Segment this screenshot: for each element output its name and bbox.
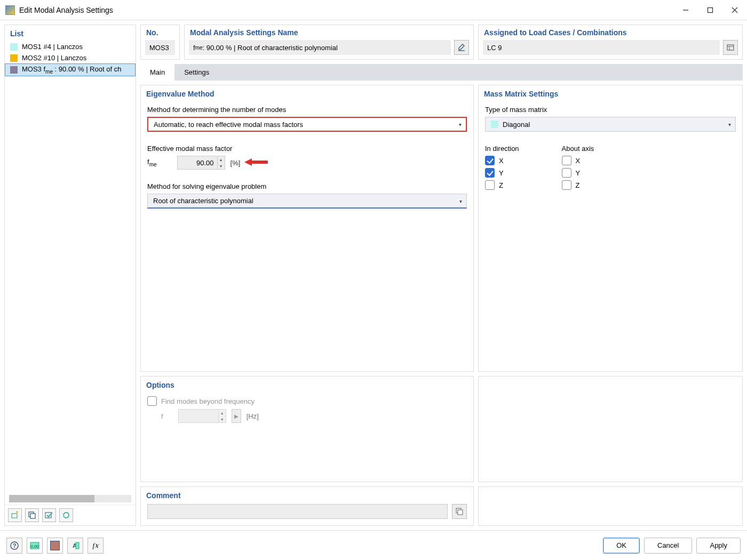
- axis-x-label: X: [576, 157, 581, 165]
- no-label: No.: [141, 25, 179, 38]
- assigned-browse-button[interactable]: [723, 40, 738, 55]
- list-item[interactable]: MOS2 #10 | Lanczos: [5, 52, 136, 63]
- units-button[interactable]: 0,00: [27, 538, 43, 554]
- list-color-icon: [10, 54, 18, 62]
- mass-type-color-icon: [491, 121, 498, 128]
- svg-rect-4: [12, 514, 17, 518]
- list-color-icon: [10, 66, 18, 74]
- freq-input: [179, 410, 218, 422]
- freq-spinner: ▲▼: [178, 409, 226, 423]
- app-icon: [5, 5, 15, 15]
- freq-unit: [Hz]: [247, 412, 259, 420]
- chevron-down-icon: ▾: [459, 122, 462, 127]
- freq-step-button: ▶: [232, 409, 241, 423]
- maximize-button[interactable]: [698, 2, 722, 18]
- method-modes-label: Method for determining the number of mod…: [147, 106, 467, 114]
- list-item-label: MOS3 fme : 90.00 % | Root of ch: [22, 65, 121, 75]
- apply-button[interactable]: Apply: [696, 538, 741, 554]
- axis-y-label: Y: [576, 169, 581, 177]
- chevron-down-icon: ▾: [728, 122, 731, 127]
- list-toolbar: [5, 505, 136, 525]
- find-modes-label: Find modes beyond frequency: [161, 397, 255, 405]
- eigenvalue-panel: Eigenvalue Method Method for determining…: [140, 85, 474, 372]
- list-panel: List MOS1 #4 | Lanczos MOS2 #10 | Lanczo…: [4, 25, 136, 526]
- assigned-label: Assigned to Load Cases / Combinations: [479, 25, 742, 38]
- tabs-bar: Main Settings: [140, 64, 743, 81]
- method-modes-select[interactable]: Automatic, to reach effective modal mass…: [147, 117, 467, 132]
- refresh-check-button[interactable]: [59, 508, 73, 522]
- comment-library-button[interactable]: [452, 504, 467, 519]
- svg-rect-19: [76, 542, 79, 549]
- no-panel: No. MOS3: [140, 25, 180, 60]
- close-button[interactable]: [722, 2, 747, 18]
- fx-button[interactable]: f𝑥: [88, 538, 104, 554]
- axis-x-checkbox[interactable]: [562, 156, 571, 165]
- list-item-label: MOS1 #4 | Lanczos: [22, 43, 83, 51]
- new-item-button[interactable]: [8, 508, 22, 522]
- svg-rect-13: [458, 510, 463, 515]
- chevron-down-icon: ▾: [459, 198, 462, 204]
- mass-type-select[interactable]: Diagonal ▾: [485, 117, 736, 132]
- dir-z-checkbox[interactable]: [485, 180, 495, 190]
- spin-up-icon: ▲: [218, 410, 226, 416]
- mass-type-value: Diagonal: [503, 121, 530, 129]
- horizontal-scrollbar[interactable]: [9, 495, 131, 502]
- cancel-button[interactable]: Cancel: [644, 538, 692, 554]
- list-header: List: [5, 25, 136, 40]
- dir-z-label: Z: [499, 181, 503, 189]
- dir-y-checkbox[interactable]: [485, 168, 495, 178]
- help-button[interactable]: ?: [6, 538, 22, 554]
- assigned-value[interactable]: LC 9: [483, 40, 720, 55]
- fme-label: Effective modal mass factor: [147, 145, 467, 153]
- check-button[interactable]: [42, 508, 56, 522]
- svg-rect-1: [708, 7, 713, 12]
- axis-z-checkbox[interactable]: [562, 180, 571, 190]
- freq-symbol: f: [161, 412, 163, 420]
- list-item[interactable]: MOS1 #4 | Lanczos: [5, 41, 136, 52]
- tab-main[interactable]: Main: [140, 64, 174, 81]
- name-value[interactable]: fme : 90.00 % | Root of characteristic p…: [189, 40, 451, 55]
- name-label: Modal Analysis Settings Name: [185, 25, 473, 38]
- settings-list[interactable]: MOS1 #4 | Lanczos MOS2 #10 | Lanczos MOS…: [5, 40, 136, 493]
- dir-x-checkbox[interactable]: [485, 156, 495, 165]
- dir-x-label: X: [499, 157, 504, 165]
- edit-name-button[interactable]: [454, 40, 469, 55]
- list-color-icon: [10, 43, 18, 51]
- empty-panel-right-1: [478, 376, 743, 482]
- fme-unit: [%]: [231, 159, 241, 167]
- name-panel: Modal Analysis Settings Name fme : 90.00…: [184, 25, 474, 60]
- fme-spinner[interactable]: ▲▼: [177, 156, 225, 170]
- dir-y-label: Y: [499, 169, 504, 177]
- spin-down-icon[interactable]: ▼: [217, 163, 225, 169]
- tab-settings[interactable]: Settings: [174, 64, 219, 81]
- color-button[interactable]: [47, 538, 63, 554]
- fme-input[interactable]: [178, 156, 217, 169]
- assigned-panel: Assigned to Load Cases / Combinations LC…: [478, 25, 743, 60]
- title-bar: Edit Modal Analysis Settings: [0, 0, 747, 20]
- list-item[interactable]: MOS3 fme : 90.00 % | Root of ch: [5, 63, 136, 76]
- comment-panel: Comment: [140, 486, 474, 526]
- spin-down-icon: ▼: [218, 416, 226, 422]
- find-modes-checkbox[interactable]: [147, 396, 157, 406]
- axis-z-label: Z: [576, 181, 580, 189]
- axis-label: About axis: [562, 145, 594, 153]
- copy-item-button[interactable]: [25, 508, 39, 522]
- svg-rect-9: [727, 45, 734, 50]
- text-tool-button[interactable]: A: [67, 538, 83, 554]
- axis-y-checkbox[interactable]: [562, 168, 571, 178]
- direction-label: In direction: [485, 145, 519, 153]
- ok-button[interactable]: OK: [603, 538, 640, 554]
- comment-header: Comment: [141, 487, 473, 502]
- minimize-button[interactable]: [673, 2, 698, 18]
- window-title: Edit Modal Analysis Settings: [19, 6, 113, 14]
- spin-up-icon[interactable]: ▲: [217, 156, 225, 163]
- empty-panel-right-2: [478, 486, 743, 526]
- svg-text:0,00: 0,00: [30, 544, 39, 549]
- solver-select[interactable]: Root of characteristic polynomial ▾: [147, 194, 467, 209]
- options-panel: Options Find modes beyond frequency f ▲▼…: [140, 376, 474, 482]
- svg-rect-6: [30, 514, 35, 518]
- dialog-footer: ? 0,00 A f𝑥 OK Cancel Apply: [0, 530, 747, 560]
- mass-header: Mass Matrix Settings: [479, 85, 742, 100]
- comment-input[interactable]: [147, 504, 448, 519]
- method-modes-value: Automatic, to reach effective modal mass…: [154, 121, 303, 129]
